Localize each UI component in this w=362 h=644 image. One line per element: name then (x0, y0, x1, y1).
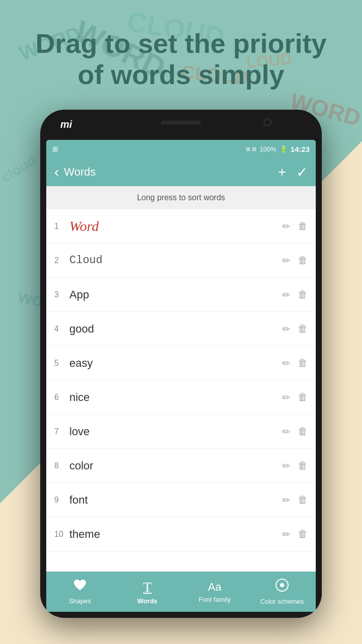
nav-item-words[interactable]: TWords (114, 579, 181, 605)
word-list: 1Word✏🗑2Cloud✏🗑3App✏🗑4good✏🗑5easy✏🗑6nice… (46, 209, 316, 572)
delete-word-button[interactable]: 🗑 (298, 323, 308, 335)
word-actions: ✏🗑 (282, 357, 308, 369)
word-actions: ✏🗑 (282, 220, 308, 232)
word-number: 3 (54, 290, 69, 299)
word-number: 10 (54, 530, 69, 539)
word-text: color (69, 459, 282, 472)
color_schemes-label: Color schemes (260, 598, 304, 605)
font_family-label: Font family (199, 596, 231, 603)
edit-word-button[interactable]: ✏ (282, 357, 291, 369)
delete-word-button[interactable]: 🗑 (298, 391, 308, 403)
word-text: easy (69, 357, 282, 370)
word-row: 5easy✏🗑 (46, 346, 316, 380)
phone-camera (263, 118, 272, 126)
battery-icons: ⊞ ⊞ (246, 146, 256, 152)
word-number: 1 (54, 222, 69, 231)
top-actions: + ✓ (278, 164, 308, 181)
word-actions: ✏🗑 (282, 460, 308, 472)
top-bar: ‹ Words + ✓ (46, 158, 316, 186)
word-row: 4good✏🗑 (46, 312, 316, 346)
confirm-button[interactable]: ✓ (296, 164, 308, 181)
phone-logo: mi (60, 119, 72, 130)
word-actions: ✏🗑 (282, 323, 308, 335)
word-text: nice (69, 391, 282, 404)
word-number: 6 (54, 393, 69, 402)
phone-speaker (161, 121, 201, 125)
word-number: 4 (54, 325, 69, 334)
edit-word-button[interactable]: ✏ (282, 528, 291, 540)
word-row: 8color✏🗑 (46, 449, 316, 483)
word-number: 7 (54, 427, 69, 436)
word-actions: ✏🗑 (282, 391, 308, 404)
word-actions: ✏🗑 (282, 289, 308, 301)
word-actions: ✏🗑 (282, 528, 308, 540)
edit-word-button[interactable]: ✏ (282, 426, 291, 438)
screen-title: Words (64, 166, 278, 179)
word-row: 9font✏🗑 (46, 483, 316, 517)
word-number: 9 (54, 496, 69, 505)
edit-word-button[interactable]: ✏ (282, 460, 291, 472)
word-row: 2Cloud✏🗑 (46, 244, 316, 278)
nav-item-shapes[interactable]: Shapes (46, 579, 114, 605)
battery-icon: 🔋 (280, 145, 288, 153)
word-actions: ✏🗑 (282, 494, 308, 506)
status-icon: ⊞ (52, 145, 58, 153)
delete-word-button[interactable]: 🗑 (298, 220, 308, 232)
word-text: App (69, 288, 282, 301)
clock: 14:23 (291, 145, 310, 153)
edit-word-button[interactable]: ✏ (282, 255, 291, 267)
word-row: 1Word✏🗑 (46, 209, 316, 244)
add-button[interactable]: + (278, 164, 286, 180)
word-row: 3App✏🗑 (46, 278, 316, 312)
delete-word-button[interactable]: 🗑 (298, 426, 308, 437)
headline: Drag to set the priority of words simply (0, 28, 362, 90)
shapes-icon (73, 579, 87, 595)
word-row: 7love✏🗑 (46, 415, 316, 449)
edit-word-button[interactable]: ✏ (282, 289, 291, 301)
bottom-nav: ShapesTWordsAaFont familyColor schemes (46, 572, 316, 612)
hint-bar: Long press to sort words (46, 186, 316, 209)
edit-word-button[interactable]: ✏ (282, 391, 291, 404)
edit-word-button[interactable]: ✏ (282, 220, 291, 232)
shapes-label: Shapes (69, 597, 91, 605)
back-button[interactable]: ‹ (54, 164, 59, 180)
edit-word-button[interactable]: ✏ (282, 494, 291, 506)
delete-word-button[interactable]: 🗑 (298, 494, 308, 506)
edit-word-button[interactable]: ✏ (282, 323, 291, 335)
word-number: 8 (54, 461, 69, 470)
delete-word-button[interactable]: 🗑 (298, 460, 308, 471)
status-left-icons: ⊞ (52, 145, 58, 153)
word-text: Cloud (69, 254, 282, 267)
status-right-info: ⊞ ⊞ 100% 🔋 14:23 (246, 145, 310, 153)
words-icon: T (143, 579, 151, 595)
word-number: 5 (54, 359, 69, 368)
word-text: theme (69, 528, 282, 541)
delete-word-button[interactable]: 🗑 (298, 528, 308, 540)
battery-percent: 100% (259, 145, 276, 153)
word-text: good (69, 323, 282, 336)
nav-item-color_schemes[interactable]: Color schemes (248, 578, 316, 605)
font_family-icon: Aa (208, 581, 222, 594)
word-row: 6nice✏🗑 (46, 380, 316, 415)
word-actions: ✏🗑 (282, 426, 308, 438)
delete-word-button[interactable]: 🗑 (298, 289, 308, 300)
word-row: 10theme✏🗑 (46, 517, 316, 551)
phone-shell: mi ⊞ ⊞ ⊞ 100% 🔋 14:23 ‹ Words + ✓ Lo (40, 110, 322, 618)
word-text: love (69, 425, 282, 438)
word-text: font (69, 494, 282, 507)
word-number: 2 (54, 256, 69, 265)
phone-screen: ⊞ ⊞ ⊞ 100% 🔋 14:23 ‹ Words + ✓ Long pres… (46, 140, 316, 612)
svg-point-1 (280, 583, 284, 587)
delete-word-button[interactable]: 🗑 (298, 255, 308, 266)
color_schemes-icon (275, 578, 289, 596)
nav-item-font_family[interactable]: AaFont family (181, 581, 248, 603)
status-bar: ⊞ ⊞ ⊞ 100% 🔋 14:23 (46, 140, 316, 158)
word-text: Word (69, 218, 282, 234)
delete-word-button[interactable]: 🗑 (298, 357, 308, 369)
words-label: Words (137, 597, 157, 605)
word-actions: ✏🗑 (282, 255, 308, 267)
hint-text: Long press to sort words (137, 193, 225, 202)
